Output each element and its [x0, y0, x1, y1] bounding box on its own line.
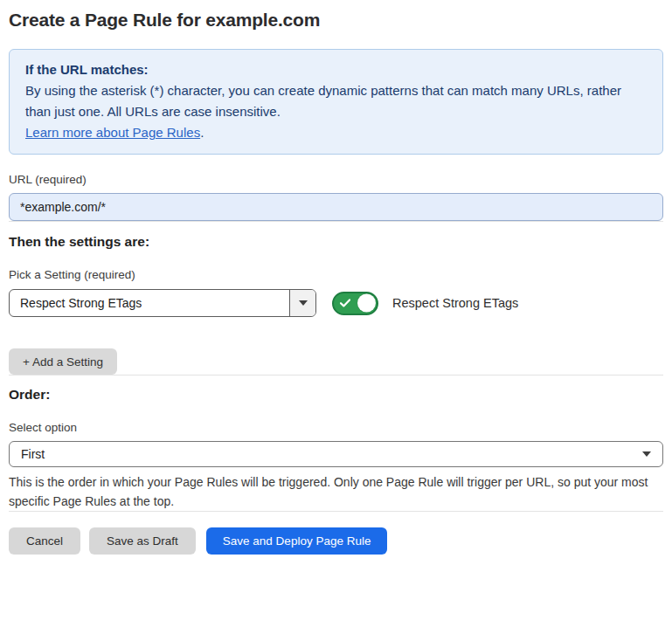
check-icon — [340, 299, 350, 307]
divider — [9, 375, 663, 376]
add-setting-button[interactable]: + Add a Setting — [9, 348, 117, 375]
pick-setting-label: Pick a Setting (required) — [9, 268, 663, 281]
divider — [9, 221, 663, 222]
order-select-value: First — [21, 447, 45, 461]
create-page-rule-form: Create a Page Rule for example.com If th… — [0, 0, 672, 555]
save-draft-button[interactable]: Save as Draft — [89, 527, 196, 555]
order-help-text: This is the order in which your Page Rul… — [9, 472, 663, 511]
setting-row: Respect Strong ETags Respect Strong ETag… — [9, 289, 663, 317]
cancel-button[interactable]: Cancel — [9, 527, 80, 555]
select-option-label: Select option — [9, 421, 663, 434]
setting-select-arrow-button[interactable] — [289, 290, 315, 316]
setting-select-value: Respect Strong ETags — [10, 290, 289, 316]
info-box-heading: If the URL matches: — [25, 59, 647, 80]
page-title: Create a Page Rule for example.com — [9, 10, 663, 31]
divider — [9, 511, 663, 512]
settings-heading: Then the settings are: — [9, 234, 663, 250]
chevron-down-icon — [642, 451, 651, 457]
learn-more-link[interactable]: Learn more about Page Rules — [25, 125, 200, 140]
url-input[interactable] — [9, 193, 663, 221]
form-actions: Cancel Save as Draft Save and Deploy Pag… — [9, 527, 663, 555]
save-deploy-button[interactable]: Save and Deploy Page Rule — [206, 527, 388, 555]
order-heading: Order: — [9, 387, 663, 403]
toggle-label: Respect Strong ETags — [392, 296, 518, 310]
chevron-down-icon — [299, 300, 308, 306]
toggle-knob — [357, 294, 376, 313]
info-box-body: By using the asterisk (*) character, you… — [25, 80, 647, 122]
etags-toggle[interactable] — [332, 292, 378, 315]
url-match-info-box: If the URL matches: By using the asteris… — [9, 49, 663, 155]
order-select[interactable]: First — [9, 441, 663, 467]
url-label: URL (required) — [9, 173, 663, 186]
link-suffix: . — [200, 125, 204, 140]
info-box-link-line: Learn more about Page Rules. — [25, 122, 647, 143]
setting-select[interactable]: Respect Strong ETags — [9, 289, 316, 317]
